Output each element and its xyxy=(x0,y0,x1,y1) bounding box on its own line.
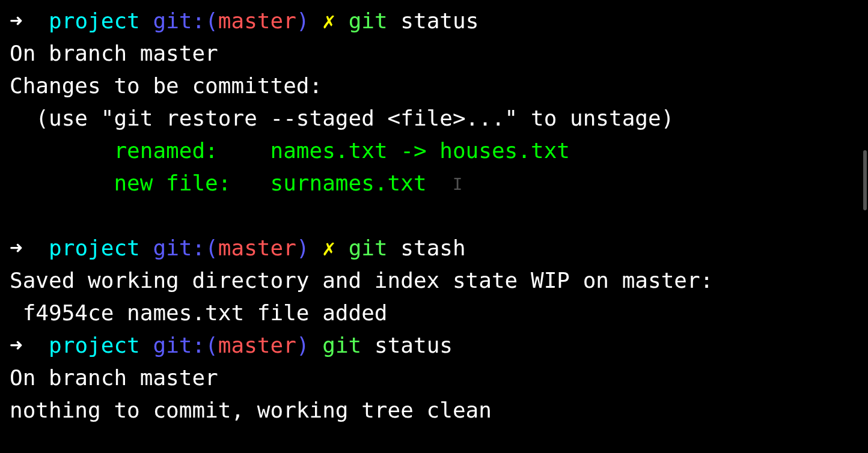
git-label: git:( xyxy=(153,236,218,260)
git-label: git:( xyxy=(153,8,218,33)
output-changes-header: Changes to be committed: xyxy=(10,70,858,102)
output-stash-line2: f4954ce names.txt file added xyxy=(10,297,858,329)
git-label: git:( xyxy=(153,333,218,357)
command-git: git xyxy=(349,8,388,33)
output-unstage-hint: (use "git restore --staged <file>..." to… xyxy=(10,102,858,135)
dirty-icon: ✗ xyxy=(322,236,335,260)
prompt-line-1: ➜ project git:(master) ✗ git status xyxy=(10,5,858,37)
git-branch: master xyxy=(218,236,296,260)
terminal-output[interactable]: ➜ project git:(master) ✗ git status On b… xyxy=(10,5,858,427)
prompt-directory: project xyxy=(49,236,140,260)
output-newfile-line: new file: surnames.txt I xyxy=(10,167,858,199)
output-stash-line1: Saved working directory and index state … xyxy=(10,264,858,297)
output-clean: nothing to commit, working tree clean xyxy=(10,394,858,427)
command-args: stash xyxy=(400,236,465,260)
prompt-line-3: ➜ project git:(master) git status xyxy=(10,329,858,362)
prompt-directory: project xyxy=(49,333,140,357)
prompt-arrow-icon: ➜ xyxy=(10,8,23,33)
output-on-branch: On branch master xyxy=(10,37,858,70)
command-args: status xyxy=(374,333,453,357)
blank-line xyxy=(10,199,858,232)
prompt-arrow-icon: ➜ xyxy=(10,333,23,357)
prompt-directory: project xyxy=(49,8,140,33)
command-git: git xyxy=(322,333,361,357)
text-cursor-icon: I xyxy=(453,175,462,193)
git-close: ) xyxy=(296,8,310,33)
prompt-arrow-icon: ➜ xyxy=(10,236,23,260)
renamed-label: renamed: xyxy=(10,138,270,163)
command-args: status xyxy=(400,8,478,33)
renamed-value: names.txt -> houses.txt xyxy=(270,138,570,163)
output-renamed-line: renamed: names.txt -> houses.txt xyxy=(10,135,858,167)
newfile-label: new file: xyxy=(10,171,270,195)
output-on-branch-2: On branch master xyxy=(10,362,858,394)
dirty-icon: ✗ xyxy=(322,8,335,33)
newfile-value: surnames.txt xyxy=(270,171,452,195)
command-git: git xyxy=(349,236,388,260)
git-branch: master xyxy=(218,333,296,357)
prompt-line-2: ➜ project git:(master) ✗ git stash xyxy=(10,232,858,264)
git-close: ) xyxy=(296,236,310,260)
git-branch: master xyxy=(218,8,296,33)
scrollbar-thumb[interactable] xyxy=(863,150,867,210)
git-close: ) xyxy=(296,333,310,357)
